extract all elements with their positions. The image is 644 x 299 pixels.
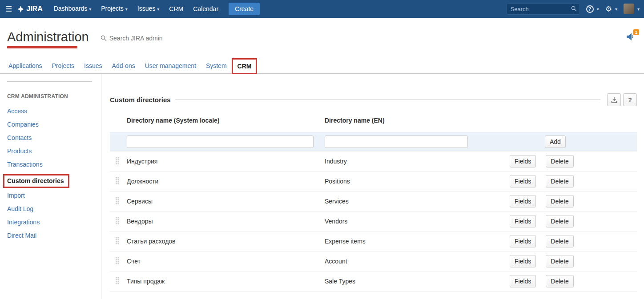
jira-brand-text: JIRA [26,5,42,13]
new-directory-name-local-input[interactable] [127,136,314,148]
sidebar: CRM ADMINISTRATION Access Companies Cont… [0,74,101,299]
jira-logo[interactable]: JIRA [17,5,42,13]
directory-name-local: Индустрия [127,158,325,165]
table-row: Сервисы Services Fields Delete [110,191,637,211]
add-button[interactable]: Add [545,136,566,148]
admin-tab-bar: Applications Projects Issues Add-ons Use… [0,58,644,74]
nav-calendar[interactable]: Calendar [188,0,223,18]
delete-button[interactable]: Delete [546,275,573,287]
chevron-down-icon: ▾ [157,7,159,12]
nav-dashboards[interactable]: Dashboards▾ [49,0,97,18]
fields-button[interactable]: Fields [510,175,536,187]
search-icon [101,35,107,41]
fields-button[interactable]: Fields [510,235,536,247]
directory-name-local: Статьи расходов [127,238,325,245]
directory-name-local: Должности [127,178,325,185]
sidebar-item-contacts[interactable]: Contacts [7,134,92,142]
drag-handle-icon[interactable] [115,217,119,224]
admin-header: Administration 1 [0,18,644,58]
sidebar-item-audit-log[interactable]: Audit Log [7,205,92,213]
table-row: Типы продаж Sale Types Fields Delete [110,271,637,291]
directory-name-local: Типы продаж [127,278,325,285]
drag-handle-icon[interactable] [115,277,119,284]
download-icon [611,96,618,104]
tab-system[interactable]: System [201,58,232,74]
sidebar-item-direct-mail[interactable]: Direct Mail [7,232,92,239]
add-directory-row: Add [110,132,637,151]
sidebar-item-import[interactable]: Import [7,192,92,199]
chevron-down-icon: ▾ [125,7,128,12]
drag-handle-icon[interactable] [115,177,119,184]
table-row: Счет Account Fields Delete [110,251,637,271]
sidebar-item-access[interactable]: Access [7,108,92,115]
delete-button[interactable]: Delete [546,255,573,267]
drag-handle-icon[interactable] [115,197,119,204]
help-icon: ? [586,5,594,13]
drag-handle-icon[interactable] [115,257,119,264]
delete-button[interactable]: Delete [546,175,573,187]
nav-crm[interactable]: CRM [164,0,188,18]
content: CRM ADMINISTRATION Access Companies Cont… [0,74,644,299]
nav-label: Dashboards [54,5,88,12]
jira-logo-icon [17,6,24,12]
sidebar-item-products[interactable]: Products [7,148,92,155]
fields-button[interactable]: Fields [510,155,536,167]
topbar-right: ? ▾ ⚙ ▾ ▾ [507,3,640,15]
nav-projects[interactable]: Projects▾ [96,0,133,18]
tab-applications[interactable]: Applications [4,58,47,74]
directory-name-en: Services [325,198,510,205]
tab-projects[interactable]: Projects [47,58,80,74]
column-header-system-locale: Directory name (System locale) [127,117,325,124]
directory-name-en: Industry [325,158,510,165]
sidebar-item-companies[interactable]: Companies [7,121,92,128]
section-divider [175,100,600,100]
sidebar-inner: CRM ADMINISTRATION Access Companies Cont… [7,81,92,239]
fields-button[interactable]: Fields [510,215,536,227]
nav-issues[interactable]: Issues▾ [133,0,165,18]
sidebar-item-custom-directories[interactable]: Custom directories [3,174,69,188]
fields-button[interactable]: Fields [510,275,536,287]
directory-name-en: Account [325,258,510,265]
custom-directories-table: Directory name (System locale) Directory… [110,117,637,291]
admin-settings-menu[interactable]: ⚙ ▾ [605,4,617,14]
sidebar-item-transactions[interactable]: Transactions [7,161,92,168]
tab-add-ons[interactable]: Add-ons [107,58,140,74]
delete-button[interactable]: Delete [546,215,573,227]
tab-user-management[interactable]: User management [140,58,201,74]
chevron-down-icon: ▾ [597,7,599,12]
nav-label: Projects [101,5,124,12]
gear-icon: ⚙ [605,4,612,14]
section-title: Custom directories [110,96,171,104]
main-panel: Custom directories ? Directory name (Sys… [101,74,644,299]
share-button[interactable] [607,93,621,106]
nav-label: CRM [169,5,183,12]
delete-button[interactable]: Delete [546,235,573,247]
admin-search [101,35,189,42]
delete-button[interactable]: Delete [546,155,573,167]
tab-crm[interactable]: CRM [232,58,258,74]
user-menu[interactable]: ▾ [624,4,640,14]
chevron-down-icon: ▾ [637,7,640,12]
delete-button[interactable]: Delete [546,195,573,207]
admin-search-input[interactable] [109,35,189,42]
hamburger-menu-icon[interactable]: ☰ [0,4,17,14]
fields-button[interactable]: Fields [510,195,536,207]
create-button[interactable]: Create [229,3,260,15]
column-header-en: Directory name (EN) [325,117,510,124]
drag-handle-icon[interactable] [115,237,119,244]
tab-issues[interactable]: Issues [79,58,107,74]
fields-button[interactable]: Fields [510,255,536,267]
new-directory-name-en-input[interactable] [325,136,468,148]
help-menu[interactable]: ? ▾ [586,5,599,13]
chevron-down-icon: ▾ [615,7,617,12]
directory-name-en: Expense items [325,238,510,245]
help-button[interactable]: ? [623,93,637,106]
drag-handle-icon[interactable] [115,157,119,164]
search-icon[interactable] [571,6,577,12]
announcement-button[interactable]: 1 [625,32,636,43]
sidebar-item-integrations[interactable]: Integrations [7,219,92,226]
page-title: Administration [7,30,89,44]
directory-name-local: Счет [127,258,325,265]
annotation-underline-administration [7,46,77,48]
search-input[interactable] [507,3,580,15]
